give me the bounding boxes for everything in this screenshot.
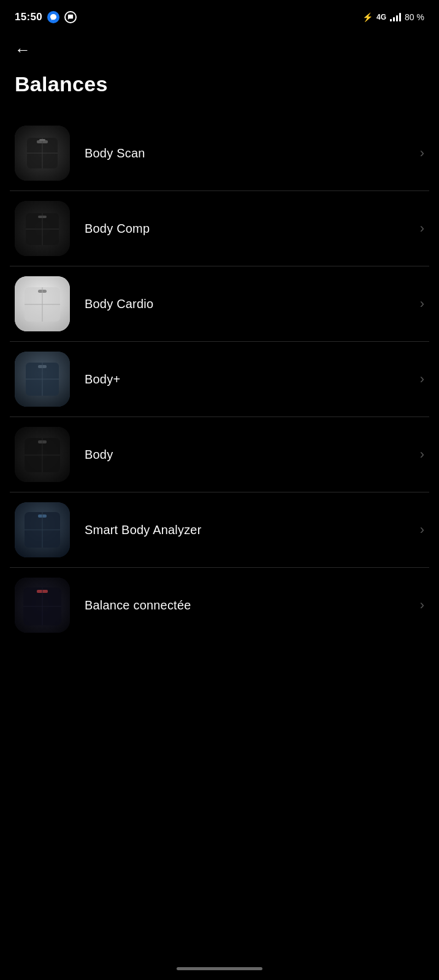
- balance-connectee-label: Balance connectée: [85, 598, 415, 612]
- body-comp-icon: [15, 201, 70, 256]
- network-icon: 4G: [376, 13, 386, 21]
- signal-bars: [390, 13, 401, 21]
- chevron-right-icon: ›: [420, 145, 424, 161]
- body-cardio-icon: [15, 276, 70, 331]
- list-item-body-plus[interactable]: Body+ ›: [10, 342, 429, 417]
- chevron-right-icon: ›: [420, 371, 424, 387]
- bluetooth-icon: ⚡: [362, 12, 373, 22]
- back-button[interactable]: ←: [0, 32, 439, 62]
- status-bar: 15:50 ⚡ 4G 80 %: [0, 0, 439, 32]
- chevron-right-icon: ›: [420, 522, 424, 538]
- status-left: 15:50: [15, 11, 77, 23]
- home-indicator: [177, 967, 262, 970]
- messages-icon: [64, 11, 77, 23]
- smart-body-analyzer-label: Smart Body Analyzer: [85, 523, 415, 537]
- back-arrow-icon: ←: [15, 40, 31, 59]
- list-item-smart-body-analyzer[interactable]: Smart Body Analyzer ›: [10, 492, 429, 568]
- body-cardio-label: Body Cardio: [85, 297, 415, 311]
- chevron-right-icon: ›: [420, 447, 424, 462]
- device-list: Body Scan › Body Comp ›: [0, 116, 439, 643]
- list-item-body-comp[interactable]: Body Comp ›: [10, 191, 429, 266]
- list-item-body-cardio[interactable]: Body Cardio ›: [10, 266, 429, 342]
- body-scan-label: Body Scan: [85, 146, 415, 160]
- body-plus-label: Body+: [85, 372, 415, 386]
- status-right: ⚡ 4G 80 %: [362, 12, 424, 22]
- chevron-right-icon: ›: [420, 597, 424, 613]
- list-item-body-scan[interactable]: Body Scan ›: [10, 116, 429, 191]
- body-comp-label: Body Comp: [85, 222, 415, 236]
- svg-rect-5: [39, 139, 45, 141]
- body-label: Body: [85, 448, 415, 462]
- list-item-balance-connectee[interactable]: Balance connectée ›: [10, 568, 429, 643]
- chevron-right-icon: ›: [420, 221, 424, 236]
- balance-connectee-icon: [15, 578, 70, 633]
- list-item-body[interactable]: Body ›: [10, 417, 429, 492]
- body-plus-icon: [15, 352, 70, 407]
- messenger-icon: [47, 11, 59, 23]
- battery-level: 80 %: [405, 12, 424, 22]
- status-time: 15:50: [15, 11, 42, 23]
- page-title: Balances: [0, 62, 439, 116]
- chevron-right-icon: ›: [420, 296, 424, 312]
- smart-body-analyzer-icon: [15, 502, 70, 557]
- body-icon: [15, 427, 70, 482]
- body-scan-icon: [15, 126, 70, 181]
